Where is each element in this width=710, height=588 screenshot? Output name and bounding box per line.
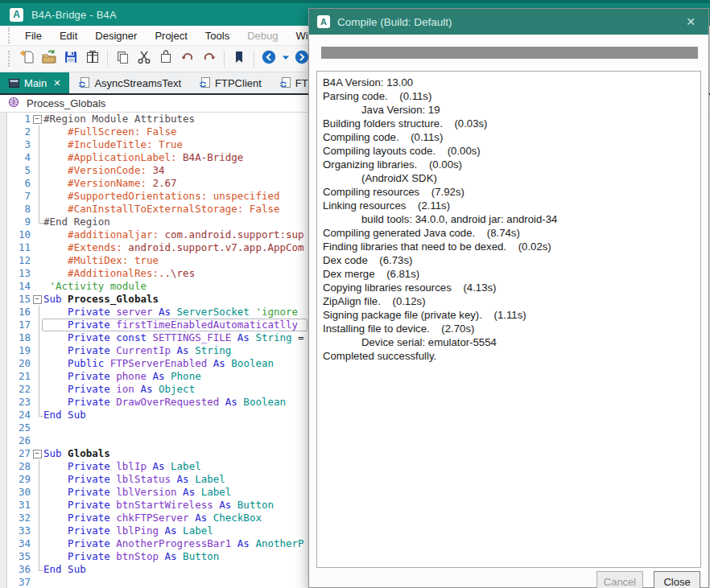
menu-item-tools[interactable]: Tools <box>196 27 238 44</box>
copy-button[interactable] <box>112 48 133 69</box>
paste-button[interactable] <box>155 48 176 69</box>
code-text: #Region Module Attributes <box>43 113 195 125</box>
undo-button[interactable] <box>177 48 198 69</box>
code-text: Private lblIp As Label <box>43 460 201 473</box>
open-project-button[interactable] <box>39 48 60 69</box>
dialog-title: Compile (Build: Default) <box>337 16 452 28</box>
navigate-back-dropdown-icon <box>281 49 291 68</box>
save-all-button[interactable] <box>60 48 81 69</box>
fold-margin <box>31 280 43 293</box>
tab-main[interactable]: Main✕ <box>0 72 69 93</box>
fold-margin <box>31 241 43 254</box>
fold-margin: − <box>31 447 43 460</box>
tab-label: Main <box>24 77 47 89</box>
log-line: ZipAlign file. (0.12s) <box>323 294 695 308</box>
compile-log[interactable]: B4A Version: 13.00Parsing code. (0.11s)J… <box>316 71 701 568</box>
redo-button[interactable] <box>199 48 220 69</box>
code-text: #VersionCode: 34 <box>43 164 165 177</box>
close-button[interactable]: Close <box>654 571 700 588</box>
code-text: Private CurrentIp As String <box>43 344 231 357</box>
tab-label: AsyncStreamsText <box>94 77 181 89</box>
export-zip-button[interactable] <box>82 48 103 69</box>
log-line: Signing package file (private key). (1.1… <box>323 308 695 322</box>
log-line: Dex code (6.73s) <box>323 253 695 267</box>
fold-guide <box>39 125 43 224</box>
save-all-icon <box>63 49 79 68</box>
dialog-titlebar[interactable]: A Compile (Build: Default) ✕ <box>309 9 708 35</box>
code-text: #Extends: android.support.v7.app.AppCom <box>43 241 304 254</box>
tab-label: FTPClient <box>215 77 262 89</box>
navigate-back-button[interactable] <box>258 48 279 69</box>
code-text: #End Region <box>43 216 110 228</box>
code-text: #VersionName: 2.67 <box>43 177 177 190</box>
code-text: Private lblStatus As Label <box>43 473 225 486</box>
cancel-button[interactable]: Cancel <box>596 571 643 588</box>
log-line: Device serial: emulator-5554 <box>323 335 695 349</box>
menu-item-designer[interactable]: Designer <box>86 27 146 44</box>
grip-icon <box>8 27 13 43</box>
log-line: Compiling code. (0.11s) <box>323 130 695 144</box>
fold-toggle-icon[interactable]: − <box>33 450 42 458</box>
code-module-icon <box>78 77 89 88</box>
dialog-close-icon[interactable]: ✕ <box>681 14 700 30</box>
code-module-icon <box>199 77 210 88</box>
tab-ftpclient[interactable]: FTPClient <box>190 72 270 93</box>
export-zip-icon <box>85 49 101 68</box>
bookmark-button[interactable] <box>229 48 250 69</box>
fold-margin <box>31 228 43 241</box>
menu-item-edit[interactable]: Edit <box>51 27 86 44</box>
tab-asyncstreamstext[interactable]: AsyncStreamsText <box>69 72 190 93</box>
toolbar-separator <box>254 51 254 67</box>
tab-close-icon[interactable]: ✕ <box>53 78 60 88</box>
menu-item-project[interactable]: Project <box>146 27 196 44</box>
fold-margin <box>31 254 43 267</box>
code-text: Sub Globals <box>43 447 110 460</box>
code-text: Private server As ServerSocket 'ignore <box>43 306 298 319</box>
menu-item-debug[interactable]: Debug <box>238 27 287 44</box>
log-line: Completed successfully. <box>323 349 695 363</box>
current-line-highlight <box>42 319 308 331</box>
code-text: #FullScreen: False <box>43 125 177 138</box>
screen: A B4A-Bridge - B4A FileEditDesignerProje… <box>0 0 710 588</box>
log-line: B4A Version: 13.00 <box>323 76 695 89</box>
cut-button[interactable] <box>134 48 155 69</box>
log-line: Dex merge (6.81s) <box>323 267 695 281</box>
log-line: Parsing code. (0.11s) <box>323 89 695 103</box>
code-text: Private chkFTPServer As CheckBox <box>43 512 262 524</box>
paste-icon <box>158 49 174 68</box>
new-file-button[interactable] <box>17 48 38 69</box>
navigate-back-icon <box>261 49 277 68</box>
fold-toggle-icon[interactable]: − <box>33 295 42 304</box>
new-file-icon <box>19 49 35 68</box>
log-line: Java Version: 19 <box>323 103 695 117</box>
code-text: Private lblVersion As Label <box>43 486 231 499</box>
code-text: Private DrawOverRequested As Boolean <box>43 396 286 409</box>
form-module-icon <box>9 79 19 88</box>
code-text: Private ion As Object <box>43 383 195 396</box>
code-text: #MultiDex: true <box>43 254 159 267</box>
code-text: 'Activity module <box>43 280 147 293</box>
current-sub-label: Process_Globals <box>27 97 105 109</box>
code-text: Private lblPing As Label <box>43 524 213 537</box>
log-line: build tools: 34.0.0, android jar: androi… <box>323 212 695 226</box>
log-line: (AndroidX SDK) <box>323 171 695 185</box>
fold-guide <box>39 306 43 417</box>
compile-dialog: A Compile (Build: Default) ✕ B4A Version… <box>308 8 709 588</box>
log-line: Installing file to device. (2.70s) <box>323 322 695 335</box>
code-module-icon <box>279 77 291 88</box>
log-line: Compiling resources (7.92s) <box>323 185 695 199</box>
fold-toggle-icon[interactable]: − <box>33 115 42 124</box>
progress-bar <box>321 47 698 59</box>
code-text: #IncludeTitle: True <box>43 138 183 151</box>
fold-margin <box>31 421 43 434</box>
code-text: End Sub <box>43 563 86 576</box>
code-text: Public FTPServerEnabled As Boolean <box>43 357 274 370</box>
log-line: Copying libraries resources (4.13s) <box>323 281 695 294</box>
menu-item-file[interactable]: File <box>16 27 51 44</box>
window-title: B4A-Bridge - B4A <box>31 9 117 21</box>
open-project-icon <box>41 49 57 68</box>
sub-globe-icon <box>8 97 19 110</box>
fold-margin <box>31 434 43 447</box>
copy-icon <box>114 49 130 68</box>
navigate-back-dropdown-button[interactable] <box>280 48 291 69</box>
